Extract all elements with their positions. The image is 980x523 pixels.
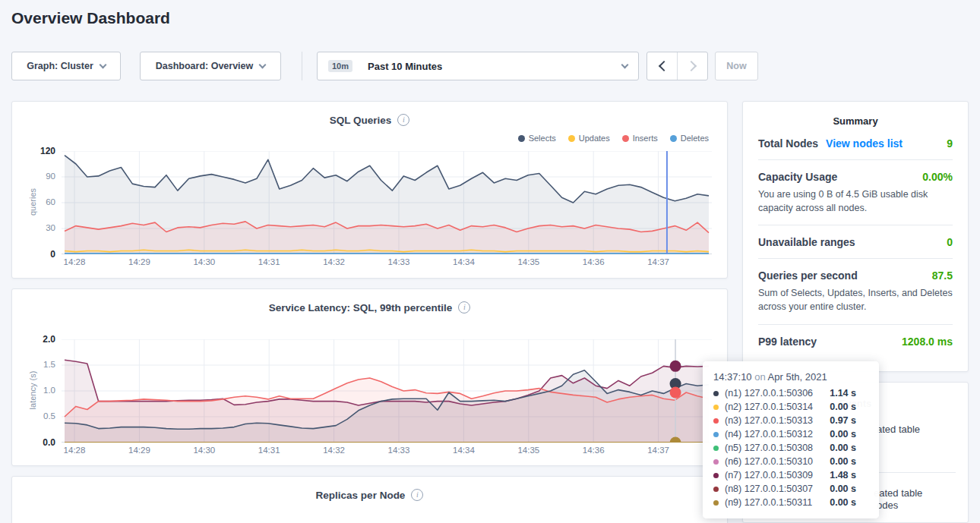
graph-dropdown-label: Graph: Cluster [27, 61, 93, 71]
total-nodes-value: 9 [947, 137, 953, 150]
dashboard-dropdown-label: Dashboard: Overview [156, 61, 254, 71]
unavailable-ranges-value: 0 [947, 236, 953, 248]
x-tick-label: 14:35 [510, 257, 548, 266]
tooltip-node-value: 1.48 s [830, 468, 868, 482]
tooltip-node-value: 0.00 s [830, 441, 868, 455]
tooltip-node-value: 1.14 s [830, 386, 868, 400]
tooltip-node-label: (n1) 127.0.0.1:50306 [725, 386, 813, 400]
sql-queries-chart[interactable] [62, 151, 712, 254]
tooltip-node-value: 0.00 s [830, 455, 868, 468]
capacity-usage-note: You are using 0 B of 4.5 GiB usable disk… [758, 187, 953, 215]
node-color-dot [713, 418, 719, 424]
legend-dot [518, 135, 525, 142]
node-color-dot [713, 473, 719, 478]
x-tick-label: 14:32 [315, 446, 353, 455]
x-tick-label: 14:35 [510, 446, 548, 455]
x-tick-label: 14:34 [444, 446, 482, 455]
tooltip-row: (n5) 127.0.0.1:503080.00 s [713, 441, 868, 455]
y-tick-label: 60 [12, 197, 55, 206]
y-tick-label: 0 [12, 249, 55, 260]
x-tick-label: 14:29 [120, 257, 158, 266]
p99-latency-value: 1208.0 ms [902, 336, 953, 348]
view-nodes-list-link[interactable]: View nodes list [826, 137, 903, 150]
chevron-down-icon [99, 61, 106, 69]
node-color-dot [713, 459, 719, 465]
legend-item-selects[interactable]: Selects [518, 134, 556, 143]
x-tick-label: 14:32 [315, 257, 353, 266]
controls-divider [302, 52, 302, 80]
x-tick-label: 14:28 [55, 257, 93, 266]
x-tick-label: 14:37 [640, 257, 678, 266]
legend-item-inserts[interactable]: Inserts [622, 134, 658, 143]
event-item[interactable]: ated table [877, 424, 920, 435]
info-icon[interactable]: i [458, 301, 470, 313]
tooltip-row: (n3) 127.0.0.1:503130.97 s [713, 414, 868, 427]
legend-item-updates[interactable]: Updates [568, 134, 610, 143]
summary-row-p99: P99 latency 1208.0 ms [758, 325, 953, 358]
qps-value: 87.5 [932, 269, 953, 282]
tooltip-timestamp: 14:37:10 on Apr 5th, 2021 [713, 371, 868, 383]
chart-legend: SelectsUpdatesInsertsDeletes [518, 134, 709, 143]
time-next-button[interactable] [677, 52, 707, 80]
legend-label: Deletes [681, 134, 709, 143]
x-tick-label: 14:37 [640, 446, 678, 455]
tooltip-node-label: (n2) 127.0.0.1:50314 [725, 400, 813, 414]
x-tick-label: 14:34 [444, 257, 482, 266]
tooltip-row: (n6) 127.0.0.1:503100.00 s [713, 455, 868, 468]
chevron-right-icon [685, 61, 696, 71]
tooltip-node-value: 0.00 s [830, 427, 868, 441]
legend-dot [568, 135, 575, 142]
replicas-per-node-title: Replicas per Node [316, 490, 406, 501]
tooltip-row: (n4) 127.0.0.1:503120.00 s [713, 427, 868, 441]
tooltip-row: (n2) 127.0.0.1:503140.00 s [713, 400, 868, 414]
x-tick-label: 14:30 [185, 446, 223, 455]
time-range-dropdown[interactable]: 10m Past 10 Minutes [317, 52, 639, 80]
legend-item-deletes[interactable]: Deletes [670, 134, 709, 143]
node-color-dot [713, 487, 719, 492]
legend-label: Selects [529, 134, 556, 143]
time-prev-button[interactable] [647, 52, 677, 80]
now-button[interactable]: Now [715, 52, 758, 80]
tooltip-node-label: (n3) 127.0.0.1:50313 [725, 414, 813, 427]
tooltip-node-value: 0.00 s [830, 496, 868, 509]
legend-label: Inserts [633, 134, 658, 143]
y-tick-label: 0.0 [12, 437, 55, 448]
tooltip-row: (n9) 127.0.0.1:503110.00 s [713, 496, 868, 509]
unavailable-ranges-label: Unavailable ranges [758, 236, 855, 248]
summary-row-qps: Queries per second 87.5 Sum of Selects, … [758, 259, 953, 324]
legend-label: Updates [579, 134, 610, 143]
x-tick-label: 14:30 [185, 257, 223, 266]
chart-hover-tooltip: 14:37:10 on Apr 5th, 2021 (n1) 127.0.0.1… [703, 361, 879, 518]
node-color-dot [713, 432, 719, 437]
x-tick-label: 14:31 [250, 257, 288, 266]
node-color-dot [713, 405, 719, 410]
summary-row-total-nodes: Total Nodes View nodes list 9 [758, 127, 953, 160]
page-title: Overview Dashboard [11, 9, 170, 27]
tooltip-node-value: 0.00 s [830, 482, 868, 496]
dashboard-dropdown[interactable]: Dashboard: Overview [140, 52, 281, 80]
total-nodes-label: Total Nodes [758, 137, 818, 150]
tooltip-node-label: (n7) 127.0.0.1:50309 [725, 468, 813, 482]
legend-dot [670, 135, 677, 142]
graph-dropdown[interactable]: Graph: Cluster [11, 52, 121, 80]
time-range-label: Past 10 Minutes [368, 61, 442, 72]
y-tick-label: 30 [12, 223, 55, 232]
info-icon[interactable]: i [397, 114, 409, 126]
tooltip-node-value: 0.97 s [830, 414, 868, 427]
y-tick-label: 1.5 [12, 360, 55, 369]
info-icon[interactable]: i [411, 489, 423, 501]
y-tick-label: 1.0 [12, 386, 55, 395]
x-tick-label: 14:36 [574, 257, 612, 266]
chevron-down-icon [259, 61, 267, 69]
node-color-dot [713, 391, 719, 396]
capacity-usage-value: 0.00% [922, 171, 953, 183]
tooltip-node-label: (n5) 127.0.0.1:50308 [725, 441, 813, 455]
event-item[interactable]: eated table [874, 487, 922, 499]
node-color-dot [713, 500, 719, 506]
service-latency-chart[interactable] [62, 339, 712, 443]
chevron-left-icon [658, 61, 669, 71]
event-item-line2[interactable]: odes [877, 499, 898, 511]
x-tick-label: 14:31 [250, 446, 288, 455]
legend-dot [622, 135, 629, 142]
x-tick-label: 14:36 [574, 446, 612, 455]
